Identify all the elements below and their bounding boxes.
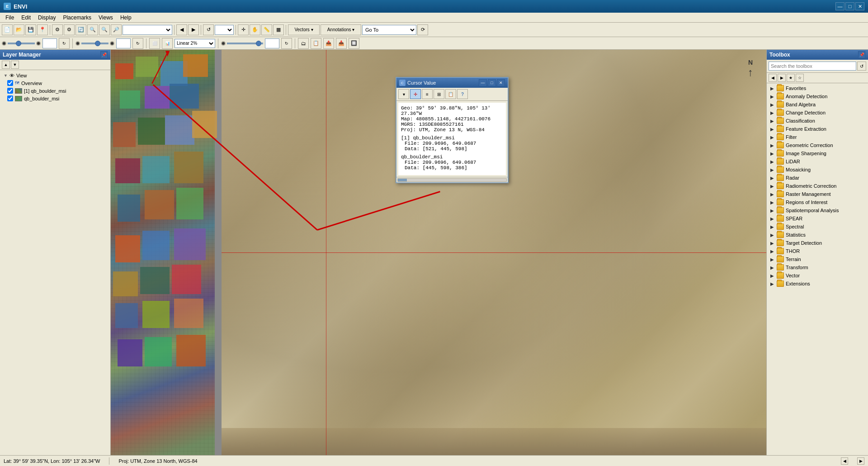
toolbox-item-change-detection[interactable]: ▶ Change Detection bbox=[768, 109, 867, 117]
toolbox-item-feature-extraction[interactable]: ▶ Feature Extraction bbox=[768, 125, 867, 133]
zoom-input-btn[interactable]: 🔎 bbox=[111, 24, 122, 35]
image-view[interactable]: N ↑ C Cursor Value — □ ✕ ▾ ✛ ≡ ⊞ bbox=[111, 50, 766, 455]
toolbox-item-spear[interactable]: ▶ SPEAR bbox=[768, 214, 867, 223]
toolbox-item-spatiotemporal-analysis[interactable]: ▶ Spatiotemporal Analysis bbox=[768, 206, 867, 214]
toolbox-item-radar[interactable]: ▶ Radar bbox=[768, 174, 867, 182]
status-contract-btn[interactable]: ▶ bbox=[857, 457, 864, 465]
contrast-value[interactable]: 20 bbox=[116, 38, 131, 48]
qb1-checkbox[interactable] bbox=[7, 88, 13, 94]
new-button[interactable]: 📄 bbox=[2, 24, 13, 35]
opacity-thumb[interactable] bbox=[256, 41, 261, 46]
close-button[interactable]: ✕ bbox=[855, 2, 864, 10]
dialog-tb-file[interactable]: ▾ bbox=[398, 89, 409, 99]
toolbox-item-anomaly-detection[interactable]: ▶ Anomaly Detection bbox=[768, 92, 867, 100]
toolbox-nav-favorite[interactable]: ★ bbox=[787, 74, 795, 82]
menu-views[interactable]: Views bbox=[95, 14, 117, 22]
layer-manager-pin[interactable]: 📌 bbox=[100, 51, 108, 58]
stretch-type1[interactable]: ⬜ bbox=[149, 38, 160, 49]
toolbox-item-favorites[interactable]: ▶ Favorites bbox=[768, 84, 867, 92]
dialog-scroll-thumb[interactable] bbox=[398, 179, 407, 181]
stretch-select[interactable]: Linear 2% Linear Equalization Gaussian bbox=[175, 39, 215, 48]
toolbox-item-classification[interactable]: ▶ Classification bbox=[768, 117, 867, 125]
toolbox-item-regions-of-interest[interactable]: ▶ Regions of Interest bbox=[768, 198, 867, 206]
nav-btn1[interactable]: ◀ bbox=[176, 24, 187, 35]
zoom-in-button[interactable]: 🔍 bbox=[87, 24, 98, 35]
toolbox-item-statistics[interactable]: ▶ Statistics bbox=[768, 231, 867, 239]
layer-btn4[interactable]: 📥 bbox=[336, 38, 347, 49]
dialog-scroll-track[interactable] bbox=[397, 178, 507, 182]
brightness-reset[interactable]: ↻ bbox=[59, 38, 70, 49]
title-bar-controls[interactable]: — □ ✕ bbox=[835, 2, 864, 10]
toolbox-item-spectral[interactable]: ▶ Spectral bbox=[768, 223, 867, 231]
toolbox-item-extensions[interactable]: ▶ Extensions bbox=[768, 280, 867, 288]
toolbox-item-lidar[interactable]: ▶ LiDAR bbox=[768, 157, 867, 166]
opacity-track[interactable] bbox=[227, 43, 263, 44]
toolbox-search-input[interactable] bbox=[769, 62, 856, 71]
tool3[interactable]: 🔄 bbox=[75, 24, 86, 35]
nav-btn2[interactable]: ▶ bbox=[188, 24, 199, 35]
layer-down-btn[interactable]: ▼ bbox=[11, 61, 19, 69]
toolbox-pin[interactable]: 📌 bbox=[858, 51, 865, 58]
dialog-tb-grid[interactable]: ⊞ bbox=[434, 89, 444, 99]
contrast-track[interactable] bbox=[81, 43, 108, 44]
layer-qb1[interactable]: [1] qb_boulder_msi bbox=[5, 87, 108, 95]
pin-button[interactable]: 📍 bbox=[37, 24, 48, 35]
layer-btn2[interactable]: 📋 bbox=[311, 38, 321, 49]
brightness-track[interactable] bbox=[8, 43, 35, 44]
layer-btn1[interactable]: 🗂 bbox=[298, 38, 309, 49]
stretch-type2[interactable]: 📊 bbox=[162, 38, 173, 49]
toolbox-item-radiometric-correction[interactable]: ▶ Radiometric Correction bbox=[768, 182, 867, 190]
toolbox-item-terrain[interactable]: ▶ Terrain bbox=[768, 255, 867, 263]
toolbox-item-transform[interactable]: ▶ Transform bbox=[768, 263, 867, 271]
toolbox-search-button[interactable]: ↺ bbox=[857, 62, 866, 71]
save-button[interactable]: 💾 bbox=[25, 24, 36, 35]
dialog-tb-help[interactable]: ? bbox=[457, 89, 468, 99]
brightness-value[interactable]: 50 bbox=[42, 38, 57, 48]
menu-display[interactable]: Display bbox=[34, 14, 59, 22]
layer-up-btn[interactable]: ▲ bbox=[2, 61, 10, 69]
layer-qb2[interactable]: qb_boulder_msi bbox=[5, 95, 108, 102]
brightness-thumb[interactable] bbox=[16, 41, 21, 46]
dialog-close[interactable]: ✕ bbox=[497, 79, 505, 86]
dialog-tb-table[interactable]: ≡ bbox=[422, 89, 433, 99]
pan-tool[interactable]: ✋ bbox=[250, 24, 260, 35]
toolbox-item-thor[interactable]: ▶ THOR bbox=[768, 247, 867, 255]
opacity-reset[interactable]: ↻ bbox=[281, 38, 292, 49]
dialog-controls[interactable]: — □ ✕ bbox=[479, 79, 505, 86]
status-expand-btn[interactable]: ◀ bbox=[841, 457, 848, 465]
contrast-thumb[interactable] bbox=[95, 41, 100, 46]
chip-tool[interactable]: ▦ bbox=[273, 24, 284, 35]
cursor-tool[interactable]: ✛ bbox=[238, 24, 249, 35]
menu-help[interactable]: Help bbox=[117, 14, 135, 22]
dialog-minimize[interactable]: — bbox=[479, 79, 487, 86]
open-button[interactable]: 📂 bbox=[14, 24, 24, 35]
layer-overview[interactable]: 🗺 Overview bbox=[5, 79, 108, 87]
rotate-left[interactable]: ↺ bbox=[203, 24, 214, 35]
dialog-tb-crosshair[interactable]: ✛ bbox=[410, 89, 421, 99]
menu-edit[interactable]: Edit bbox=[18, 14, 34, 22]
toolbox-item-vector[interactable]: ▶ Vector bbox=[768, 271, 867, 280]
overview-checkbox[interactable] bbox=[7, 80, 13, 86]
toolbox-item-target-detection[interactable]: ▶ Target Detection bbox=[768, 239, 867, 247]
zoom-select[interactable]: 476.8% (4.8:: bbox=[123, 25, 172, 35]
toolbox-item-raster-management[interactable]: ▶ Raster Management bbox=[768, 190, 867, 198]
toolbox-nav-star2[interactable]: ☆ bbox=[796, 74, 804, 82]
layer-btn5[interactable]: 🔲 bbox=[349, 38, 359, 49]
minimize-button[interactable]: — bbox=[835, 2, 844, 10]
toolbox-item-band-algebra[interactable]: ▶ Band Algebra bbox=[768, 100, 867, 109]
toolbox-item-image-sharpening[interactable]: ▶ Image Sharpening bbox=[768, 149, 867, 157]
qb2-checkbox[interactable] bbox=[7, 95, 13, 101]
dialog-scrollbar[interactable] bbox=[396, 177, 508, 182]
toolbox-nav-down[interactable]: ▶ bbox=[778, 74, 786, 82]
zoom-out-button[interactable]: 🔍 bbox=[99, 24, 110, 35]
annotations-dropdown-btn[interactable]: Annotations ▾ bbox=[321, 24, 361, 35]
tool2[interactable]: ⚙ bbox=[64, 24, 75, 35]
maximize-button[interactable]: □ bbox=[845, 2, 854, 10]
toolbox-item-mosaicking[interactable]: ▶ Mosaicking bbox=[768, 166, 867, 174]
layer-btn3[interactable]: 📤 bbox=[323, 38, 334, 49]
menu-file[interactable]: File bbox=[2, 14, 18, 22]
measure-tool[interactable]: 📏 bbox=[261, 24, 272, 35]
toolbox-nav-up[interactable]: ◀ bbox=[769, 74, 777, 82]
goto-select[interactable]: Go To bbox=[362, 25, 416, 35]
dialog-maximize[interactable]: □ bbox=[488, 79, 496, 86]
